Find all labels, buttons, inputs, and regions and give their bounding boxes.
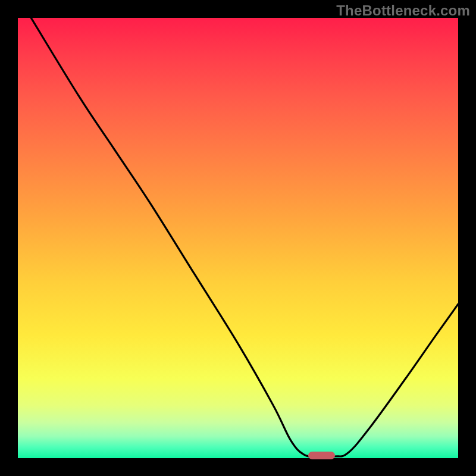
curve-svg bbox=[18, 18, 458, 458]
chart-root: TheBottleneck.com bbox=[0, 0, 476, 476]
watermark-text: TheBottleneck.com bbox=[336, 2, 470, 19]
optimum-marker bbox=[308, 452, 334, 459]
plot-area bbox=[18, 18, 458, 458]
bottleneck-curve-path bbox=[31, 18, 458, 457]
